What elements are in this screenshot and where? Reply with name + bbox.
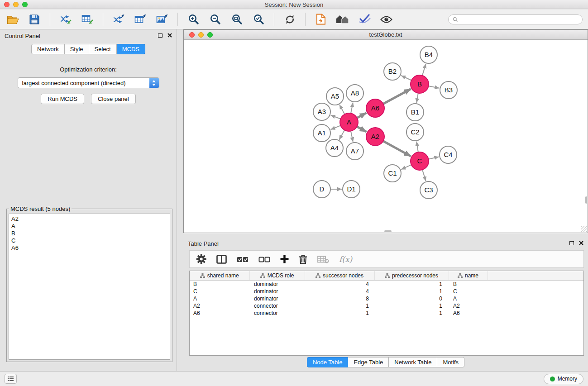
network-node-C3[interactable]: C3 bbox=[420, 181, 437, 199]
table-cell[interactable]: A6 bbox=[190, 310, 249, 317]
network-node-D1[interactable]: D1 bbox=[343, 181, 360, 198]
zoom-fit-button[interactable] bbox=[229, 12, 244, 27]
network-edge-B-B3[interactable] bbox=[429, 86, 440, 88]
network-node-C1[interactable]: C1 bbox=[384, 165, 401, 182]
document-action-button[interactable] bbox=[314, 12, 328, 27]
task-history-button[interactable] bbox=[5, 374, 17, 384]
table-cell[interactable]: 8 bbox=[305, 295, 374, 302]
network-edge-C-C4[interactable] bbox=[429, 157, 439, 159]
open-file-button[interactable] bbox=[5, 12, 20, 27]
apply-check-button[interactable] bbox=[357, 12, 372, 27]
show-hide-button[interactable] bbox=[379, 12, 393, 27]
close-panel-icon[interactable] bbox=[167, 33, 172, 38]
network-edge-C-C2[interactable] bbox=[416, 142, 418, 152]
network-edge-A-A4[interactable] bbox=[339, 130, 344, 139]
table-cell[interactable]: B bbox=[190, 280, 249, 288]
table-cell[interactable]: A6 bbox=[449, 310, 488, 317]
search-input[interactable] bbox=[460, 16, 578, 23]
network-edge-A-A6[interactable] bbox=[357, 113, 367, 118]
table-cell[interactable]: A bbox=[449, 295, 488, 302]
export-image-button[interactable] bbox=[155, 12, 169, 27]
add-column-button[interactable] bbox=[280, 255, 289, 263]
table-cell[interactable]: 1 bbox=[305, 302, 374, 310]
table-cell[interactable]: dominator bbox=[249, 288, 305, 295]
tab-style[interactable]: Style bbox=[65, 44, 89, 54]
delete-column-button[interactable] bbox=[299, 254, 307, 264]
network-node-A3[interactable]: A3 bbox=[313, 103, 330, 120]
network-edge-A6-B[interactable] bbox=[383, 89, 411, 104]
mcds-result-item[interactable]: C bbox=[11, 237, 167, 244]
network-node-A7[interactable]: A7 bbox=[346, 143, 363, 160]
table-cell[interactable]: 1 bbox=[374, 288, 449, 295]
node-table[interactable]: shared name MCDS role bbox=[189, 271, 584, 356]
tab-mcds[interactable]: MCDS bbox=[117, 44, 145, 54]
delete-table-button[interactable] bbox=[317, 255, 329, 263]
network-horizontal-scroll-thumb[interactable] bbox=[384, 230, 392, 232]
memory-button[interactable]: Memory bbox=[544, 374, 583, 384]
network-edge-A-A5[interactable] bbox=[339, 105, 344, 114]
table-cell[interactable]: 4 bbox=[305, 280, 374, 288]
float-table-panel-icon[interactable] bbox=[569, 241, 574, 245]
mcds-result-item[interactable]: A2 bbox=[11, 215, 167, 223]
network-edge-B-B4[interactable] bbox=[422, 64, 426, 76]
tab-motifs[interactable]: Motifs bbox=[437, 357, 464, 367]
table-cell[interactable]: 1 bbox=[374, 302, 449, 310]
show-columns-button[interactable] bbox=[216, 255, 227, 264]
table-cell[interactable]: 1 bbox=[374, 280, 449, 288]
import-network-button[interactable] bbox=[58, 12, 73, 27]
float-panel-icon[interactable] bbox=[158, 33, 163, 38]
dropdown-stepper[interactable] bbox=[149, 78, 159, 88]
table-cell[interactable]: connector bbox=[249, 310, 305, 317]
tab-node-table[interactable]: Node Table bbox=[307, 357, 349, 367]
mcds-result-item[interactable]: A bbox=[11, 223, 167, 230]
network-vertical-scroll-thumb[interactable] bbox=[585, 196, 587, 204]
mcds-result-item[interactable]: B bbox=[11, 230, 167, 237]
refresh-view-button[interactable] bbox=[282, 12, 297, 27]
table-cell[interactable]: 4 bbox=[305, 288, 374, 295]
table-cell[interactable]: B bbox=[449, 280, 488, 288]
table-row[interactable]: Adominator80A bbox=[190, 295, 583, 302]
network-edge-A-A3[interactable] bbox=[331, 115, 341, 119]
table-settings-button[interactable] bbox=[196, 254, 206, 264]
table-cell[interactable]: A bbox=[190, 295, 249, 302]
network-edge-C-C3[interactable] bbox=[422, 170, 426, 181]
network-node-B4[interactable]: B4 bbox=[420, 46, 437, 63]
deselect-all-button[interactable] bbox=[258, 256, 270, 263]
network-node-A4[interactable]: A4 bbox=[326, 139, 343, 157]
network-node-A2[interactable]: A2 bbox=[366, 128, 384, 146]
network-edge-A-A2[interactable] bbox=[357, 127, 367, 132]
export-network-button[interactable] bbox=[111, 12, 126, 27]
close-panel-button[interactable]: Close panel bbox=[91, 94, 136, 104]
network-node-B2[interactable]: B2 bbox=[384, 63, 401, 80]
tab-network-table[interactable]: Network Table bbox=[389, 357, 437, 367]
table-cell[interactable]: A2 bbox=[190, 302, 249, 310]
network-canvas[interactable]: B4B2BB3A5A8A6A3B1AA1C2A2A4A7C4CC1C3DD1 bbox=[184, 40, 588, 233]
network-node-B1[interactable]: B1 bbox=[406, 104, 424, 121]
column-header-successor-nodes[interactable]: successor nodes bbox=[305, 271, 374, 280]
zoom-out-button[interactable] bbox=[208, 12, 222, 27]
network-node-A1[interactable]: A1 bbox=[313, 124, 330, 142]
network-node-C4[interactable]: C4 bbox=[440, 146, 457, 163]
network-node-C[interactable]: C bbox=[411, 152, 429, 170]
mcds-result-list[interactable]: A2ABCA6 bbox=[9, 214, 170, 360]
network-edge-B-B2[interactable] bbox=[401, 76, 411, 81]
network-resize-handle[interactable] bbox=[581, 226, 587, 232]
table-cell[interactable]: A2 bbox=[449, 302, 488, 310]
network-edge-C-C1[interactable] bbox=[401, 165, 411, 169]
tab-network[interactable]: Network bbox=[31, 44, 65, 54]
function-builder-button[interactable]: f(x) bbox=[339, 255, 352, 264]
network-canvas-svg[interactable]: B4B2BB3A5A8A6A3B1AA1C2A2A4A7C4CC1C3DD1 bbox=[184, 40, 588, 233]
zoom-selected-button[interactable] bbox=[251, 12, 266, 27]
network-node-B[interactable]: B bbox=[411, 75, 429, 93]
network-node-C2[interactable]: C2 bbox=[406, 124, 424, 141]
table-cell[interactable]: connector bbox=[249, 302, 305, 310]
search-box[interactable] bbox=[448, 14, 583, 24]
table-cell[interactable]: dominator bbox=[249, 295, 305, 302]
table-row[interactable]: A6connector11A6 bbox=[190, 310, 583, 317]
tab-edge-table[interactable]: Edge Table bbox=[348, 357, 389, 367]
close-table-panel-icon[interactable] bbox=[579, 241, 583, 245]
save-session-button[interactable] bbox=[27, 12, 42, 27]
select-all-button[interactable] bbox=[237, 256, 249, 263]
table-row[interactable]: A2connector11A2 bbox=[190, 302, 583, 310]
column-header-shared-name[interactable]: shared name bbox=[190, 271, 249, 280]
